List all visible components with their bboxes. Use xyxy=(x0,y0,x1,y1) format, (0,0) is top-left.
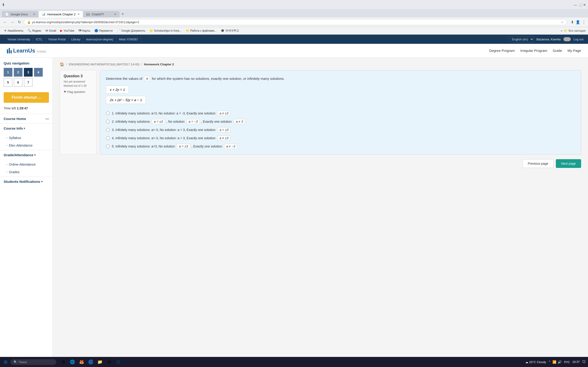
prompt-post-text: for which the system has no solutions, e… xyxy=(152,77,285,81)
grade-label: Grade/Attendance xyxy=(4,153,33,157)
tab-close-chatgpt[interactable]: ✕ xyxy=(114,13,116,16)
url-box[interactable]: 🔒 ys.learnus.org/mod/quiz/attempt.php?at… xyxy=(24,19,567,25)
menu-icon[interactable]: ⋮ xyxy=(582,20,586,24)
breadcrumb-home-icon[interactable]: 🏠 xyxy=(60,62,64,67)
bookmark-yandex[interactable]: 🔍 Яндекс xyxy=(26,28,43,33)
nav-degree-program[interactable]: Degree Program xyxy=(489,49,515,52)
site-logo[interactable]: LearnUs YONSEI xyxy=(7,48,46,54)
close-button[interactable]: ✕ xyxy=(583,3,586,6)
bookmark-scholarships[interactable]: 🌟 Scholarships in Kore... xyxy=(147,28,183,33)
nav-my-page[interactable]: My Page xyxy=(568,49,581,52)
bookmark-gmail[interactable]: ✉ Gmail xyxy=(44,28,58,33)
language-selector[interactable]: English (en) xyxy=(509,36,534,42)
next-page-button[interactable]: Next page xyxy=(556,159,581,168)
course-info-dropdown: Course Info ▾ xyxy=(4,126,25,130)
bookmark-maps[interactable]: 🗺 Карты xyxy=(77,28,92,33)
option-radio-2[interactable] xyxy=(106,120,110,123)
finish-attempt-button[interactable]: Finish attempt ... xyxy=(4,92,49,103)
tab-close-google-docs[interactable]: ✕ xyxy=(33,13,35,16)
download-icon[interactable]: ⬇ xyxy=(571,20,574,24)
taskbar-edge-icon[interactable]: 🌀 xyxy=(86,358,95,366)
browser-menu-icon[interactable]: ⬇ xyxy=(2,2,5,7)
nav-learnus-nondegree[interactable]: learnus(non-degree) xyxy=(83,35,116,44)
nav-meta-yonsei[interactable]: Meta YONSEI xyxy=(116,35,141,44)
nav-yonsei-university[interactable]: Yonsei University xyxy=(5,35,33,44)
new-tab-button[interactable]: + xyxy=(120,11,126,17)
network-icon[interactable]: 📶 xyxy=(552,360,556,364)
reload-button[interactable]: ↻ xyxy=(17,19,22,25)
volume-icon[interactable]: 🔊 xyxy=(558,360,562,364)
quiz-nav-btn-6[interactable]: 6 xyxy=(14,78,23,87)
previous-page-button[interactable]: Previous page xyxy=(523,159,554,168)
grade-header[interactable]: Grade/Attendance ▾ xyxy=(0,150,52,160)
course-info-header[interactable]: Course Info ▾ xyxy=(0,124,52,133)
start-button[interactable]: ⊞ xyxy=(2,358,9,366)
weather-display: ☁ 20°C Cloudy xyxy=(525,360,546,364)
taskbar: ⊞ 🔍 Поиск ⧉ 🌐 🦊 🌀 📁 ✉ ⬡ ☁ 20°C Cloudy ⌃ … xyxy=(0,357,588,367)
flag-question-button[interactable]: ⚑ Flag question xyxy=(64,90,85,94)
chevron-up-icon[interactable]: ⌃ xyxy=(548,360,551,364)
question-card: Question 3 Not yet answered Marked out o… xyxy=(60,70,581,155)
quiz-nav-btn-3[interactable]: 3 xyxy=(24,68,33,77)
nav-ictl[interactable]: ICTL xyxy=(33,35,45,44)
option-radio-5[interactable] xyxy=(106,144,110,148)
quiz-nav-btn-4[interactable]: 4 xyxy=(34,68,43,77)
quiz-nav-btn-7[interactable]: 7 xyxy=(24,78,33,87)
taskbar-search[interactable]: 🔍 Поиск xyxy=(10,359,56,365)
security-icon: 🔒 xyxy=(27,20,31,24)
option-radio-3[interactable] xyxy=(106,128,110,132)
tab-homework[interactable]: 📊 Homework Chapter 2 ✕ xyxy=(39,11,83,17)
notifications-header[interactable]: Students Notifications ▾ xyxy=(0,177,52,186)
taskbar-mail-icon[interactable]: ✉ xyxy=(105,358,113,366)
bookmarks-right: » 📁 Все закладки xyxy=(561,29,586,32)
tab-close-homework[interactable]: ✕ xyxy=(78,13,80,16)
logout-button[interactable]: Log out xyxy=(573,38,583,41)
nav-guide[interactable]: Guide xyxy=(553,49,562,52)
bookmarks-more-button[interactable]: » xyxy=(561,29,562,32)
course-info-label: Course Info xyxy=(4,126,23,130)
sidebar-item-elec-attendance[interactable]: Elec-Attendance xyxy=(0,142,52,149)
quiz-nav-btn-1[interactable]: 1 xyxy=(4,68,12,77)
maximize-button[interactable]: ⬜ xyxy=(578,3,582,6)
bookmark-icon-yonsei: 🎓 xyxy=(221,29,225,32)
sidebar-item-grades[interactable]: Grades xyxy=(0,168,52,176)
bookmark-youtube[interactable]: ▶ YouTube xyxy=(58,28,76,33)
option-radio-1[interactable] xyxy=(106,111,110,115)
nav-yonsei-portal[interactable]: Yonsei Portal xyxy=(45,35,69,44)
option1-text-pre: 1. Infinitely many solutions: a=3, No so… xyxy=(112,111,216,115)
forward-button[interactable]: → xyxy=(10,19,15,25)
sidebar-item-online-attendance[interactable]: Online-Attendance xyxy=(0,161,52,168)
taskbar-files-icon[interactable]: 📁 xyxy=(96,358,104,366)
minimize-button[interactable]: — xyxy=(574,3,577,6)
bookmark-files[interactable]: 📁 Работа с файлами... xyxy=(184,28,218,33)
breadcrumb-course[interactable]: ENGINEERING MATHEMATICS(4) (MAT2017.14-0… xyxy=(69,63,140,66)
option-radio-4[interactable] xyxy=(106,136,110,140)
bookmark-gdocs[interactable]: 📄 Google Документы xyxy=(115,28,147,33)
profile-icon[interactable]: 👤 xyxy=(576,20,580,24)
clock-display[interactable]: 18:37 xyxy=(572,360,580,364)
bookmark-aviabilety[interactable]: ✈ Авиабилеты xyxy=(2,28,25,33)
quiz-nav-btn-2[interactable]: 2 xyxy=(14,68,23,77)
nav-library[interactable]: Library xyxy=(69,35,84,44)
time-left-value: 1:29:47 xyxy=(17,106,28,110)
star-icon: ☆ xyxy=(561,20,564,24)
quiz-nav-btn-5[interactable]: 5 xyxy=(4,78,12,87)
taskbar-chrome-icon[interactable]: 🌐 xyxy=(68,358,77,366)
content-area: Quiz navigation 1 2 3 4 5 6 7 Finish att… xyxy=(0,58,588,367)
tab-chatgpt[interactable]: 🤖 ChatGPT ✕ xyxy=(83,11,120,17)
taskbar-fox-icon[interactable]: 🦊 xyxy=(78,358,86,366)
tab-google-docs[interactable]: 📄 Google Docs ✕ xyxy=(2,11,39,17)
notification-button[interactable]: 🗨 xyxy=(582,360,586,364)
nav-irregular-program[interactable]: Irregular Program xyxy=(520,49,547,52)
bookmark-label-aviabilety: Авиабилеты xyxy=(8,29,23,32)
bookmark-icon-gmail: ✉ xyxy=(45,29,48,32)
bookmark-translate[interactable]: 🔵 Перевести xyxy=(93,28,115,33)
theme-toggle[interactable] xyxy=(563,37,571,41)
course-home-header[interactable]: Course Home — xyxy=(0,114,52,123)
bookmark-yonsei[interactable]: 🎓 연세대학교 xyxy=(219,28,241,33)
option3-math: a = ±3 xyxy=(217,127,231,132)
sidebar-item-syllabus[interactable]: Syllabus xyxy=(0,134,52,142)
taskbar-taskview-icon[interactable]: ⧉ xyxy=(59,358,67,366)
back-button[interactable]: ← xyxy=(2,19,8,25)
taskbar-vscode-icon[interactable]: ⬡ xyxy=(114,358,122,366)
